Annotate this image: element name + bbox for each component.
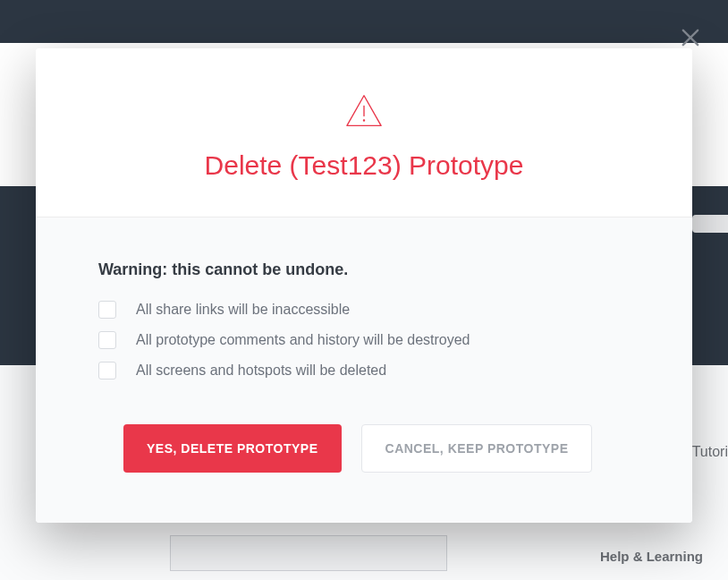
confirm-delete-button[interactable]: YES, DELETE PROTOTYPE bbox=[123, 424, 342, 473]
checkbox-label: All share links will be inaccessible bbox=[136, 302, 350, 318]
warning-triangle-icon bbox=[344, 93, 384, 132]
checkbox-screens-hotspots[interactable] bbox=[98, 362, 116, 380]
checkbox-label: All screens and hotspots will be deleted bbox=[136, 362, 386, 379]
modal-actions: YES, DELETE PROTOTYPE CANCEL, KEEP PROTO… bbox=[123, 424, 630, 473]
cancel-button[interactable]: CANCEL, KEEP PROTOTYPE bbox=[361, 424, 593, 473]
bg-topbar bbox=[0, 0, 728, 43]
svg-point-3 bbox=[363, 120, 364, 121]
close-icon bbox=[678, 38, 703, 53]
checkbox-share-links[interactable] bbox=[98, 301, 116, 319]
confirm-row: All prototype comments and history will … bbox=[98, 331, 630, 349]
delete-confirmation-modal: Delete (Test123) Prototype Warning: this… bbox=[36, 48, 692, 523]
close-button[interactable] bbox=[678, 25, 703, 50]
confirm-row: All screens and hotspots will be deleted bbox=[98, 362, 630, 380]
checkbox-comments-history[interactable] bbox=[98, 331, 116, 349]
bg-editor-box bbox=[170, 535, 447, 571]
help-learning-link[interactable]: Help & Learning bbox=[600, 549, 703, 564]
bg-share-buttons bbox=[692, 215, 728, 233]
bg-tutorial-label: Tutori bbox=[692, 444, 728, 460]
modal-title: Delete (Test123) Prototype bbox=[72, 150, 656, 181]
warning-heading: Warning: this cannot be undone. bbox=[98, 260, 630, 279]
modal-header: Delete (Test123) Prototype bbox=[36, 48, 692, 218]
modal-body: Warning: this cannot be undone. All shar… bbox=[36, 218, 692, 523]
confirm-row: All share links will be inaccessible bbox=[98, 301, 630, 319]
checkbox-label: All prototype comments and history will … bbox=[136, 332, 470, 348]
